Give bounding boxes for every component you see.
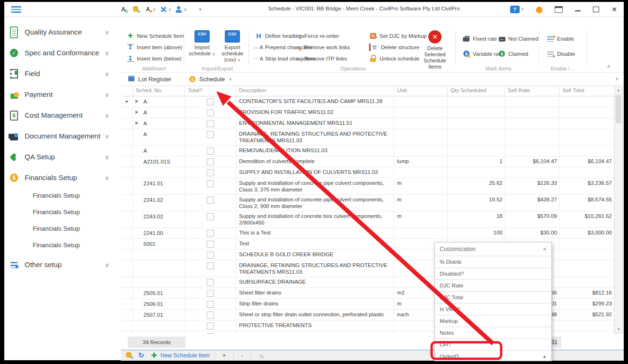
sell-rate-cell[interactable] xyxy=(505,146,559,156)
column-header[interactable]: Sell Total xyxy=(559,86,614,96)
sched-no-cell[interactable] xyxy=(133,250,185,260)
popup-column-item[interactable]: % Distrib xyxy=(435,256,551,268)
qty-cell[interactable]: 19.52 xyxy=(448,195,505,211)
table-row[interactable]: ▸ > A CONTRACTOR'S SITE FACILITIES AND C… xyxy=(122,96,614,107)
unit-cell[interactable] xyxy=(394,107,448,118)
sched-no-cell[interactable] xyxy=(133,167,185,178)
sidebar-item[interactable]: Cost Management ∨ xyxy=(4,107,121,124)
total-checkbox[interactable] xyxy=(207,262,214,269)
add-row-button[interactable]: + xyxy=(220,352,229,359)
sched-no-cell[interactable]: 5001 xyxy=(133,239,185,249)
ribbon-button[interactable]: Insert item (above) xyxy=(124,42,186,52)
ribbon-collapse-icon[interactable]: ∧ xyxy=(607,63,610,69)
sell-total-cell[interactable]: $6,104.47 xyxy=(559,156,614,167)
total-checkbox[interactable] xyxy=(207,322,214,329)
description-cell[interactable]: PROTECTIVE TREATMENTS xyxy=(236,321,394,331)
total-checkbox[interactable] xyxy=(207,301,214,308)
popup-header[interactable]: Customization × xyxy=(435,243,551,256)
sell-rate-cell[interactable]: $126.33 xyxy=(505,178,559,194)
sell-total-cell[interactable]: $8,574.55 xyxy=(559,195,614,211)
total-checkbox[interactable] xyxy=(207,251,214,259)
sell-rate-cell[interactable]: $30.00 xyxy=(505,228,559,238)
sell-total-cell[interactable]: $299.23 xyxy=(559,299,614,309)
description-cell[interactable]: SUPPLY AND INSTALLATION OF CULVERTS MRS1… xyxy=(236,167,394,178)
sched-no-cell[interactable]: > A xyxy=(133,96,185,107)
qty-cell[interactable]: 1 xyxy=(448,156,505,167)
sidebar-subitem[interactable]: Financials Setup xyxy=(4,204,121,220)
sched-no-cell[interactable] xyxy=(133,321,185,331)
total-checkbox[interactable] xyxy=(207,109,214,116)
sell-total-cell[interactable] xyxy=(559,277,614,287)
delete-selected-button[interactable]: ✕ Delete SelectedSchedule Items xyxy=(417,30,453,70)
sell-total-cell[interactable] xyxy=(559,239,614,249)
total-checkbox[interactable] xyxy=(207,180,214,187)
table-row[interactable]: > A ENVIRONMENTAL MANAGEMENT MRS11.51 xyxy=(122,118,614,129)
table-row[interactable]: SUPPLY AND INSTALLATION OF CULVERTS MRS1… xyxy=(122,167,614,178)
document-tab[interactable]: Lot Register xyxy=(121,73,182,86)
grid-scrollbar[interactable]: ▲ ▼ xyxy=(614,86,623,334)
popup-column-item[interactable]: Disabled? xyxy=(435,268,551,280)
edit-rates-icon[interactable] xyxy=(124,352,133,359)
popup-column-item[interactable]: Is VRN? xyxy=(435,303,551,315)
description-cell[interactable]: DRAINAGE, RETAINING STRUCTURES AND PROTE… xyxy=(236,129,394,145)
column-header[interactable]: Total? xyxy=(185,86,236,96)
ribbon-big-button[interactable]: CSV→ Export schedule (csv) ∨ xyxy=(218,30,247,67)
scroll-down-icon[interactable]: ▼ xyxy=(615,325,622,333)
sell-total-cell[interactable] xyxy=(559,250,614,260)
minimize-button[interactable] xyxy=(575,10,581,11)
sched-no-cell[interactable]: 2507.01 xyxy=(133,310,185,320)
maximize-button[interactable] xyxy=(593,7,599,12)
qty-cell[interactable] xyxy=(448,118,505,129)
total-checkbox[interactable] xyxy=(207,131,214,138)
sell-total-cell[interactable] xyxy=(559,167,614,178)
qty-cell[interactable] xyxy=(448,107,505,118)
qty-cell[interactable]: 25.62 xyxy=(448,178,505,194)
table-row[interactable]: A2101.01S Demolition of culverts complet… xyxy=(122,156,614,167)
sched-no-cell[interactable] xyxy=(133,260,185,277)
sidebar-item[interactable]: QA Setup ∨ xyxy=(4,148,121,165)
ribbon-button[interactable]: Remove ITP links xyxy=(292,53,352,64)
unit-cell[interactable]: lump xyxy=(394,156,448,167)
column-header[interactable]: Unit xyxy=(394,86,448,96)
close-button[interactable]: ✕ xyxy=(611,6,617,13)
sell-total-cell[interactable] xyxy=(559,107,614,118)
ribbon-button[interactable]: Force re-order xyxy=(292,30,352,41)
sidebar-item[interactable]: Field ∨ xyxy=(4,65,121,82)
document-tab[interactable]: Schedule × xyxy=(182,73,239,86)
sidebar-item[interactable]: Quality Assurance ∨ xyxy=(4,24,121,41)
sched-no-cell[interactable]: > A xyxy=(133,107,185,118)
sidebar-subitem[interactable]: Financials Setup xyxy=(4,220,121,237)
ribbon-tab[interactable] xyxy=(142,17,143,28)
description-cell[interactable]: Supply and installation of concrete box … xyxy=(236,211,394,227)
column-header[interactable]: Sell Rate xyxy=(505,86,559,96)
ribbon-big-button[interactable]: CSV← Import schedule ∨ xyxy=(187,30,217,67)
ribbon-button[interactable]: New Schedule Item xyxy=(124,30,186,41)
description-cell[interactable]: Strip filter drains xyxy=(236,299,394,309)
column-header[interactable]: Qty Scheduled xyxy=(448,86,505,96)
total-checkbox[interactable] xyxy=(207,147,214,155)
qty-cell[interactable]: 100 xyxy=(448,228,505,238)
quick-access-button[interactable]: ∨ xyxy=(159,6,172,13)
table-row[interactable]: A REMOVAL/DEMOLITION MRS11.03 xyxy=(122,146,614,156)
description-cell[interactable]: ENVIRONMENTAL MANAGEMENT MRS11.51 xyxy=(236,118,394,129)
unit-cell[interactable] xyxy=(394,96,448,107)
sched-no-cell[interactable]: 2241.02 xyxy=(133,195,185,211)
description-cell[interactable]: Sheet or strip filter drain outlet conne… xyxy=(236,310,394,320)
workspace-panel-icon[interactable] xyxy=(555,6,563,13)
qty-cell[interactable] xyxy=(448,96,505,107)
table-row[interactable]: A DRAINAGE, RETAINING STRUCTURES AND PRO… xyxy=(122,129,614,146)
description-cell[interactable]: This is a Test xyxy=(236,228,394,238)
sell-rate-cell[interactable] xyxy=(505,107,559,118)
qty-cell[interactable] xyxy=(448,146,505,156)
sidebar-item[interactable]: Spec and Conformance ∨ xyxy=(4,44,121,61)
popup-close-icon[interactable]: × xyxy=(543,245,547,253)
ribbon-tab[interactable] xyxy=(125,17,127,28)
sell-total-cell[interactable] xyxy=(559,129,614,145)
table-row[interactable]: 2241.01 Supply and installation of concr… xyxy=(122,178,614,195)
table-row[interactable]: 2243.02 Supply and installation of concr… xyxy=(122,211,614,228)
description-cell[interactable]: CONTRACTOR'S SITE FACILITIES AND CAMP MR… xyxy=(236,96,394,107)
total-checkbox[interactable] xyxy=(207,158,214,165)
ribbon-button[interactable]: Claimed xyxy=(496,48,540,59)
sell-rate-cell[interactable]: $439.27 xyxy=(505,195,559,211)
quick-access-button[interactable] xyxy=(132,6,141,13)
